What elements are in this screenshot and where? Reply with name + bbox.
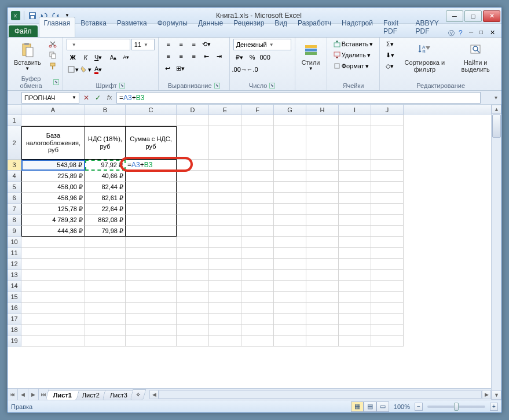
row-header-9[interactable]: 9 xyxy=(8,226,21,237)
cell-G[interactable] xyxy=(274,292,306,303)
cell-B[interactable] xyxy=(85,259,126,270)
cell-J[interactable] xyxy=(371,126,404,160)
zoom-slider[interactable] xyxy=(427,406,485,408)
cell-H[interactable] xyxy=(306,248,339,259)
column-header-I[interactable]: I xyxy=(339,105,371,115)
cell-A[interactable] xyxy=(21,314,85,325)
cell-A[interactable] xyxy=(21,259,85,270)
row-header-12[interactable]: 12 xyxy=(8,259,21,270)
row-header-14[interactable]: 14 xyxy=(8,281,21,292)
row-header-4[interactable]: 4 xyxy=(8,171,21,182)
cell-A[interactable]: 458,00 ₽ xyxy=(21,182,85,193)
cell-I[interactable] xyxy=(339,226,371,237)
cell-J[interactable] xyxy=(371,226,404,237)
cell-J[interactable] xyxy=(371,171,404,182)
cell-I[interactable] xyxy=(339,215,371,226)
font-dialog-icon[interactable]: ⬊ xyxy=(119,83,125,89)
number-dialog-icon[interactable]: ⬊ xyxy=(269,83,275,89)
workbook-restore-icon[interactable]: □ xyxy=(479,29,488,37)
ribbon-tab-вид[interactable]: Вид xyxy=(269,17,292,37)
cell-F[interactable] xyxy=(241,160,274,171)
cell-D[interactable] xyxy=(177,182,209,193)
cell-J[interactable] xyxy=(371,248,404,259)
cell-F[interactable] xyxy=(241,303,274,314)
cell-C[interactable]: =A3+B3 xyxy=(126,160,177,171)
cell-G[interactable] xyxy=(274,259,306,270)
cell-J[interactable] xyxy=(371,160,404,171)
row-header-8[interactable]: 8 xyxy=(8,215,21,226)
ribbon-tab-abbyy pdf[interactable]: ABBYY PDF xyxy=(411,17,448,37)
cell-F[interactable] xyxy=(241,281,274,292)
row-header-2[interactable]: 2 xyxy=(8,126,21,160)
wrap-text-icon[interactable]: ↩ xyxy=(162,63,173,73)
cell-B[interactable]: 82,44 ₽ xyxy=(85,182,126,193)
row-header-5[interactable]: 5 xyxy=(8,182,21,193)
cell-I[interactable] xyxy=(339,193,371,204)
paste-button[interactable]: Вставить ▼ xyxy=(11,39,44,73)
cell-F[interactable] xyxy=(241,259,274,270)
cell-C[interactable] xyxy=(126,303,177,314)
cell-F[interactable] xyxy=(241,248,274,259)
view-page-break-icon[interactable]: ▭ xyxy=(376,401,389,412)
cell-A[interactable]: 444,36 ₽ xyxy=(21,226,85,237)
cell-J[interactable] xyxy=(371,215,404,226)
cell-J[interactable] xyxy=(371,193,404,204)
horizontal-scrollbar[interactable]: ◀▶ xyxy=(149,389,491,400)
cell-E[interactable] xyxy=(209,160,241,171)
cell-I[interactable] xyxy=(339,160,371,171)
cell-J[interactable] xyxy=(371,281,404,292)
ribbon-tab-разработч[interactable]: Разработч xyxy=(292,17,336,37)
cell-F[interactable] xyxy=(241,325,274,336)
sheet-nav-first-icon[interactable]: ⏮ xyxy=(8,389,18,400)
cell-D[interactable] xyxy=(177,204,209,215)
grow-font-icon[interactable]: A▴ xyxy=(107,52,120,62)
cell-B[interactable] xyxy=(85,237,126,248)
cell-B[interactable] xyxy=(85,336,126,347)
cell-C[interactable] xyxy=(126,115,177,126)
cell-B[interactable] xyxy=(85,270,126,281)
cell-B[interactable]: 862,08 ₽ xyxy=(85,215,126,226)
cell-E[interactable] xyxy=(209,237,241,248)
number-format-combo[interactable]: Денежный▼ xyxy=(233,39,291,50)
workbook-min-icon[interactable]: ─ xyxy=(469,29,477,37)
cell-E[interactable] xyxy=(209,292,241,303)
cell-B[interactable] xyxy=(85,292,126,303)
cell-I[interactable] xyxy=(339,314,371,325)
cell-E[interactable] xyxy=(209,259,241,270)
insert-cells-button[interactable]: Вставить▾ xyxy=(331,39,376,49)
cell-E[interactable] xyxy=(209,303,241,314)
formula-enter-icon[interactable]: ✓ xyxy=(92,92,104,104)
ribbon-tab-вставка[interactable]: Вставка xyxy=(75,17,112,37)
cell-A[interactable] xyxy=(21,292,85,303)
cell-G[interactable] xyxy=(274,182,306,193)
align-right-icon[interactable]: ≡ xyxy=(188,51,200,61)
cell-F[interactable] xyxy=(241,314,274,325)
cell-J[interactable] xyxy=(371,303,404,314)
align-middle-icon[interactable]: ≡ xyxy=(175,39,188,49)
ribbon-tab-разметка[interactable]: Разметка xyxy=(112,17,152,37)
cell-H[interactable] xyxy=(306,160,339,171)
cell-G[interactable] xyxy=(274,303,306,314)
cell-I[interactable] xyxy=(339,336,371,347)
cell-G[interactable] xyxy=(274,325,306,336)
cell-A[interactable] xyxy=(21,237,85,248)
row-header-18[interactable]: 18 xyxy=(8,325,21,336)
cell-B[interactable]: 40,66 ₽ xyxy=(85,171,126,182)
copy-icon[interactable] xyxy=(46,50,59,60)
cell-D[interactable] xyxy=(177,226,209,237)
cell-C[interactable] xyxy=(126,248,177,259)
cell-I[interactable] xyxy=(339,237,371,248)
cell-E[interactable] xyxy=(209,215,241,226)
column-header-A[interactable]: A xyxy=(21,105,85,115)
cell-J[interactable] xyxy=(371,259,404,270)
cell-G[interactable] xyxy=(274,215,306,226)
cell-A[interactable]: 4 789,32 ₽ xyxy=(21,215,85,226)
cell-C[interactable] xyxy=(126,292,177,303)
autosum-icon[interactable]: Σ▾ xyxy=(383,39,396,49)
cell-D[interactable] xyxy=(177,171,209,182)
alignment-dialog-icon[interactable]: ⬊ xyxy=(214,83,220,89)
row-header-19[interactable]: 19 xyxy=(8,336,21,347)
cell-A[interactable] xyxy=(21,281,85,292)
row-header-7[interactable]: 7 xyxy=(8,204,21,215)
cell-A[interactable] xyxy=(21,270,85,281)
